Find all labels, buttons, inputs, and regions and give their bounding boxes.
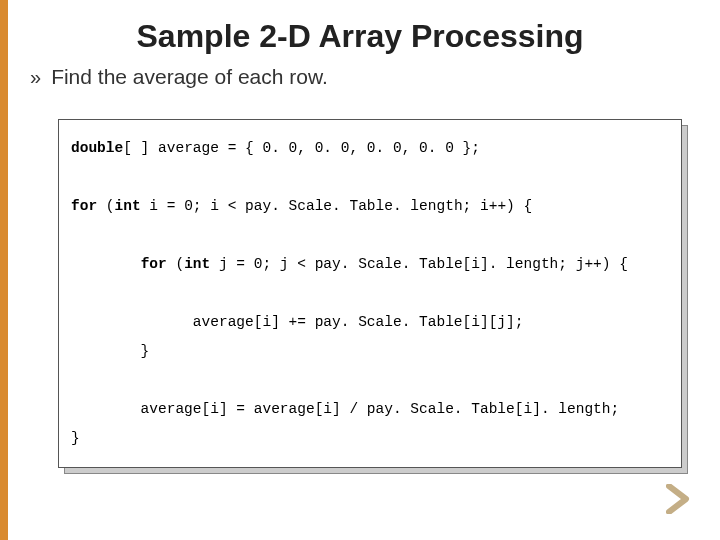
kw-double: double — [71, 140, 123, 156]
kw-int-2: int — [184, 256, 210, 272]
slide: Sample 2-D Array Processing » Find the a… — [0, 0, 720, 540]
code-block: double[ ] average = { 0. 0, 0. 0, 0. 0, … — [58, 119, 682, 468]
slide-title: Sample 2-D Array Processing — [28, 18, 692, 55]
code-l7: } — [71, 430, 80, 446]
kw-int-1: int — [115, 198, 141, 214]
code-l3d: j = 0; j < pay. Scale. Table[i]. length;… — [210, 256, 628, 272]
bullet-glyph-icon: » — [30, 67, 41, 87]
code-l3pad — [71, 256, 141, 272]
code-l6: average[i] = average[i] / pay. Scale. Ta… — [71, 401, 619, 417]
bullet-item: » Find the average of each row. — [30, 65, 692, 89]
code-box: double[ ] average = { 0. 0, 0. 0, 0. 0, … — [58, 119, 682, 468]
bullet-text: Find the average of each row. — [51, 65, 328, 89]
next-icon[interactable] — [666, 484, 692, 514]
code-l4: average[i] += pay. Scale. Table[i][j]; — [71, 314, 523, 330]
code-l2d: i = 0; i < pay. Scale. Table. length; i+… — [141, 198, 533, 214]
code-l5: } — [71, 343, 149, 359]
code-l1b: [ ] average = { 0. 0, 0. 0, 0. 0, 0. 0 }… — [123, 140, 480, 156]
kw-for-2: for — [141, 256, 167, 272]
code-l2b: ( — [97, 198, 114, 214]
code-l3b: ( — [167, 256, 184, 272]
kw-for-1: for — [71, 198, 97, 214]
